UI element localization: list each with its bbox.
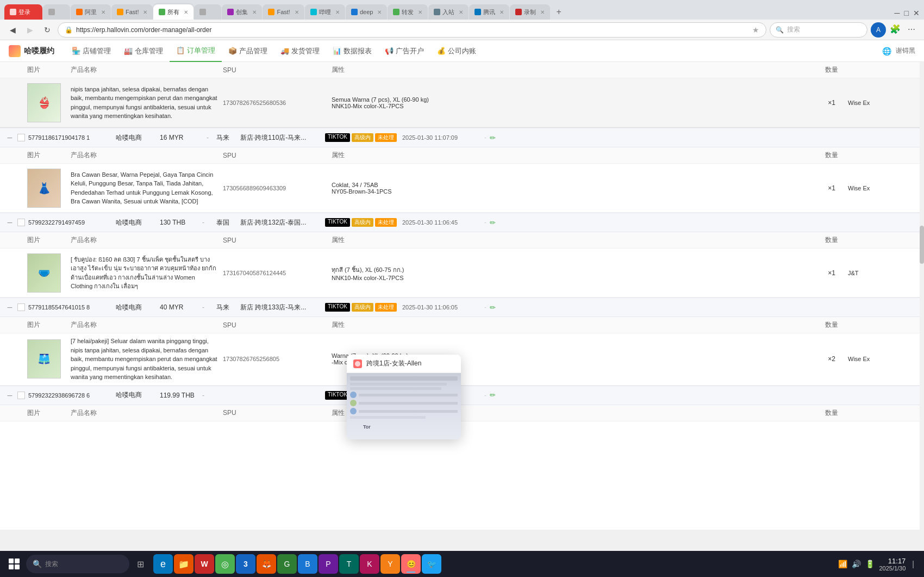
taskbar-app-active[interactable]: 😊 — [401, 554, 421, 574]
settings-icon[interactable]: ⋯ — [904, 22, 919, 36]
product-row-3: 🩳 [7 helai/pakeji] Seluar dalam wanita p… — [0, 333, 924, 386]
taskbar-app-edge[interactable]: e — [153, 554, 173, 574]
nav-reports[interactable]: 📊 数据报表 — [326, 40, 378, 62]
nav-menu: 🏪 店铺管理 🏭 仓库管理 📋 订单管理 📦 产品管理 🚚 发货管理 📊 数据报… — [65, 40, 483, 62]
nav-shipping-label: 发货管理 — [291, 46, 320, 56]
taskbar-app-pink[interactable]: K — [360, 554, 379, 574]
taskbar-app-wps[interactable]: W — [195, 554, 214, 574]
windows-start-button[interactable] — [3, 553, 25, 575]
tab-ruzhan[interactable]: 入站 ✕ — [428, 4, 469, 20]
refresh-button[interactable]: ↻ — [40, 23, 54, 37]
nav-ads[interactable]: 📢 广告开户 — [378, 40, 430, 62]
order4-shop: 哈喽电商 — [116, 390, 157, 400]
store-icon: 🏪 — [72, 47, 80, 55]
browser-search-bar[interactable]: 🔍 搜索 — [770, 22, 867, 38]
translate-icon[interactable]: 🌐 — [882, 47, 891, 55]
order4-dash: - — [202, 392, 213, 399]
product-qty-0: ×1 — [828, 99, 835, 107]
order4-id: 57992322938696728 6 — [28, 392, 113, 399]
tab-all-orders[interactable]: 所有 ✕ — [153, 4, 193, 20]
tab-ali[interactable]: 阿里 ✕ — [71, 4, 111, 20]
wps-icon: W — [201, 560, 208, 568]
taskbar-date: 2025/1/30 — [879, 565, 906, 572]
nav-accounts[interactable]: 💰 公司内账 — [430, 40, 483, 62]
nav-products-label: 产品管理 — [239, 46, 267, 56]
chrome-icon: ◎ — [221, 559, 229, 569]
scrollbar-thumb[interactable] — [920, 226, 924, 264]
back-button[interactable]: ◀ — [5, 23, 20, 37]
taskbar-app-explorer[interactable]: 📁 — [174, 554, 193, 574]
task-view-button[interactable]: ⊞ — [130, 554, 150, 574]
order-meta-3: – 57791185547641015 8 哈喽电商 40 MYR - 马来 新… — [0, 297, 924, 317]
tab-all-orders-close[interactable]: ✕ — [184, 9, 188, 15]
nav-warehouse[interactable]: 🏭 仓库管理 — [117, 40, 170, 62]
product-supplier-1: Wise Ex — [848, 185, 870, 191]
taskbar-search[interactable]: 🔍 搜索 — [26, 555, 129, 573]
order2-checkbox[interactable] — [17, 219, 25, 226]
tab-label: 登录 — [18, 8, 30, 16]
order2-badges: TIKTOK 高级内 未处理 — [325, 218, 397, 227]
taskbar-datetime[interactable]: 11:17 2025/1/30 — [879, 557, 906, 572]
nav-shipping[interactable]: 🚚 发货管理 — [274, 40, 326, 62]
col2-header-pic: 图片 — [27, 151, 71, 160]
order1-collapse[interactable]: – — [5, 133, 14, 142]
minimize-button[interactable]: ─ — [895, 9, 900, 17]
forward-button[interactable]: ▶ — [23, 23, 37, 37]
nav-products[interactable]: 📦 产品管理 — [222, 40, 274, 62]
tab-blank1[interactable] — [43, 4, 70, 20]
taskbar-app-green[interactable]: G — [277, 554, 297, 574]
taskbar-battery-icon[interactable]: 🔋 — [865, 560, 875, 568]
tab-ali-close[interactable]: ✕ — [101, 9, 105, 15]
tab-denglu[interactable]: 登录 — [4, 4, 42, 20]
order3-edit-icon[interactable]: ✏ — [490, 303, 496, 312]
taskbar-app-chrome[interactable]: ◎ — [215, 554, 235, 574]
nav-store[interactable]: 🏪 店铺管理 — [65, 40, 117, 62]
order4-checkbox[interactable] — [17, 392, 25, 399]
tab-deep[interactable]: deep ✕ — [346, 4, 387, 20]
taskbar-app-blue2[interactable]: B — [298, 554, 317, 574]
product-desc-0: nipis tanpa jahitan, selesa dipakai, ber… — [71, 86, 217, 120]
order1-checkbox[interactable] — [17, 134, 25, 141]
order3-checkbox[interactable] — [17, 303, 25, 311]
order2-store: 新店·跨境132店-泰国... — [240, 218, 322, 227]
order4-collapse[interactable]: – — [5, 390, 14, 400]
badge-tiktok-2: TIKTOK — [325, 218, 350, 227]
extensions-icon[interactable]: 🧩 — [888, 22, 902, 36]
tab-tencent[interactable]: 腾讯 ✕ — [469, 4, 509, 20]
tab-fast1-close[interactable]: ✕ — [143, 9, 147, 15]
order2-collapse[interactable]: – — [5, 218, 14, 227]
maximize-button[interactable]: □ — [904, 9, 909, 17]
taskbar-app-purple[interactable]: P — [319, 554, 338, 574]
taskbar-app-yellow[interactable]: Y — [380, 554, 400, 574]
taskbar-app-ff[interactable]: 🦊 — [257, 554, 276, 574]
tab-fast1[interactable]: Fast! ✕ — [111, 4, 153, 20]
profile-icon[interactable]: A — [871, 22, 886, 38]
order2-edit-icon[interactable]: ✏ — [490, 219, 496, 227]
tab-bilibili[interactable]: 哔哩 ✕ — [305, 4, 345, 20]
taskbar-app-bird[interactable]: 🐦 — [422, 554, 441, 574]
badge-inner-3: 高级内 — [352, 303, 373, 312]
new-tab-button[interactable]: + — [551, 4, 566, 20]
taskbar: 🔍 搜索 ⊞ e 📁 W ◎ 3 🦊 G B P T K Y 😊 — [0, 551, 924, 577]
col-header-attr: 属性 — [332, 65, 815, 75]
scrollbar[interactable] — [920, 62, 924, 530]
taskbar-sound-icon[interactable]: 🔊 — [852, 560, 861, 568]
tab-blank2[interactable] — [194, 4, 221, 20]
taskbar-app-360[interactable]: 3 — [236, 554, 255, 574]
tab-tencent-label: 腾讯 — [483, 8, 495, 16]
taskbar-network-icon[interactable]: 📶 — [838, 560, 847, 568]
nav-orders-label: 订单管理 — [187, 46, 215, 55]
tab-chuangji[interactable]: 创集 ✕ — [222, 4, 262, 20]
close-window-button[interactable]: ✕ — [913, 9, 920, 17]
order1-edit-icon[interactable]: ✏ — [490, 134, 496, 142]
order4-edit-icon[interactable]: ✏ — [490, 391, 496, 399]
taskbar-app-teal[interactable]: T — [339, 554, 359, 574]
col2-header-name: 产品名称 — [71, 151, 223, 160]
taskbar-show-desktop[interactable]: | — [910, 560, 916, 568]
tab-zhuanfa[interactable]: 转发 ✕ — [388, 4, 428, 20]
address-bar[interactable]: 🔒 https://erp.hallovin.com/order-manage/… — [58, 22, 766, 38]
tab-fast2[interactable]: Fast! ✕ — [263, 4, 304, 20]
nav-orders[interactable]: 📋 订单管理 — [170, 40, 222, 62]
tab-luzhi[interactable]: 录制 ✕ — [510, 4, 550, 20]
order3-collapse[interactable]: – — [5, 302, 14, 312]
